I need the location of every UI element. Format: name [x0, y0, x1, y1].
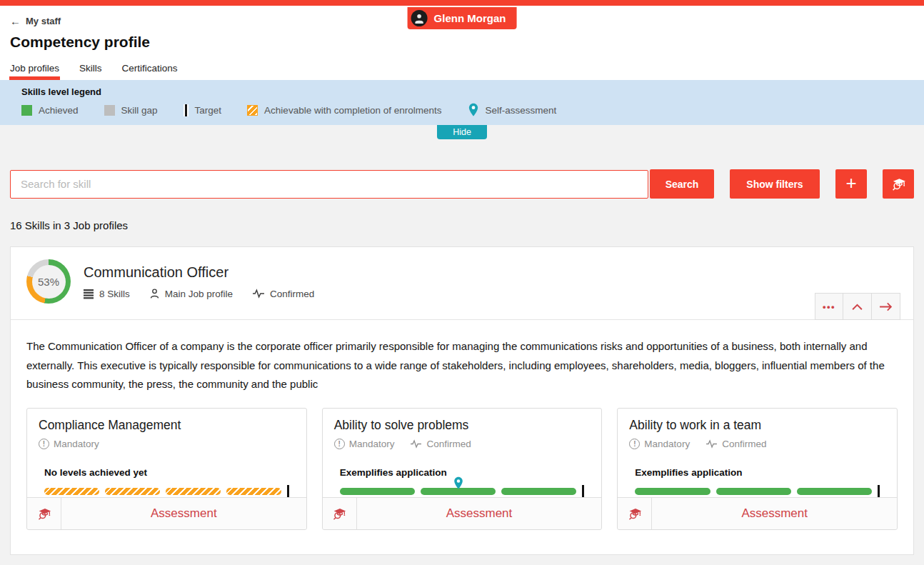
level-label: No levels achieved yet	[44, 467, 289, 478]
legend-item-achievable: Achievable with completion of enrolments	[247, 105, 441, 116]
assessment-link[interactable]: Assessment	[61, 498, 306, 529]
user-name: Glenn Morgan	[434, 12, 506, 24]
skill-assessment-icon-button[interactable]	[618, 498, 652, 529]
job-profile-meta: 8 Skills Main Job profile Confirmed	[84, 288, 314, 299]
job-profile-card: 53% Communication Officer 8 Skills Main …	[10, 246, 914, 555]
target-marker	[582, 485, 584, 497]
skill-level-bars	[44, 485, 289, 497]
legend-label: Self-assessment	[486, 105, 557, 116]
tab-certifications[interactable]: Certifications	[122, 63, 178, 80]
skill-card-compliance-management: Compliance Management Mandatory No level…	[26, 408, 307, 530]
level-bar-achieved	[635, 488, 710, 495]
skill-card-ability-to-work-in-a-team: Ability to work in a team Mandatory Conf…	[617, 408, 898, 530]
mandatory-badge: Mandatory	[39, 439, 99, 449]
completion-donut: 53%	[26, 259, 71, 304]
skill-title: Ability to solve problems	[334, 418, 591, 433]
search-toolbar: Search Show filters +	[10, 169, 914, 199]
skill-assessment-icon-button[interactable]	[27, 498, 61, 529]
arrow-right-icon	[879, 301, 893, 312]
confirmed-badge: Confirmed	[705, 439, 766, 449]
skill-meta: Mandatory Confirmed	[629, 439, 885, 449]
search-input[interactable]	[10, 170, 648, 199]
level-bar-achievable	[44, 488, 99, 495]
page-title: Competency profile	[10, 34, 924, 51]
more-actions-button[interactable]: •••	[815, 293, 843, 320]
skill-cards-row: Compliance Management Mandatory No level…	[11, 404, 913, 543]
mandatory-icon	[39, 439, 49, 449]
search-button[interactable]: Search	[650, 169, 714, 199]
pulse-icon	[252, 289, 265, 299]
skills-level-legend: Skills level legend Achieved Skill gap T…	[0, 80, 924, 125]
skills-count: 8 Skills	[84, 289, 130, 299]
skill-title: Ability to work in a team	[629, 418, 885, 433]
level-bar-achieved	[421, 488, 496, 495]
job-profile-actions: •••	[815, 293, 900, 320]
assessment-link[interactable]: Assessment	[652, 498, 897, 529]
tab-job-profiles[interactable]: Job profiles	[10, 63, 59, 80]
assessment-tool-button[interactable]	[883, 169, 914, 199]
achieved-swatch	[21, 105, 32, 116]
collapse-button[interactable]	[843, 293, 872, 320]
hide-legend-button[interactable]: Hide	[437, 125, 487, 139]
profile-type: Main Job profile	[149, 288, 233, 299]
level-bar-achieved	[716, 488, 791, 495]
skill-card-footer: Assessment	[27, 497, 306, 529]
back-arrow-icon: ←	[10, 16, 21, 26]
skill-level-block: No levels achieved yet	[44, 467, 289, 497]
pulse-icon	[410, 439, 422, 449]
graduation-cap-magnifier-icon	[36, 506, 52, 521]
open-profile-button[interactable]	[872, 293, 900, 320]
assessment-link[interactable]: Assessment	[357, 498, 602, 529]
skill-level-bars	[340, 485, 585, 497]
list-icon	[84, 289, 94, 299]
target-marker	[878, 485, 880, 497]
skill-meta: Mandatory Confirmed	[334, 439, 591, 449]
level-bar-achievable	[166, 488, 221, 495]
back-link[interactable]: ← My staff	[10, 6, 61, 26]
achievable-swatch	[247, 105, 258, 116]
self-assessment-pin-icon	[453, 476, 463, 490]
user-badge[interactable]: Glenn Morgan	[408, 7, 517, 29]
skill-title: Compliance Management	[39, 418, 295, 433]
show-filters-button[interactable]: Show filters	[730, 169, 820, 199]
add-button[interactable]: +	[835, 169, 867, 199]
skill-assessment-icon-button[interactable]	[323, 498, 357, 529]
legend-label: Achievable with completion of enrolments	[264, 105, 441, 116]
confirmed-badge: Confirmed	[410, 439, 471, 449]
skill-level-block: Exemplifies application	[635, 467, 880, 497]
job-profile-description: The Communication Officer of a company i…	[11, 320, 913, 404]
legend-item-achieved: Achieved	[21, 105, 79, 116]
skill-level-block: Exemplifies application	[340, 467, 585, 497]
graduation-cap-magnifier-icon	[627, 506, 643, 521]
legend-items: Achieved Skill gap Target Achievable wit…	[21, 103, 903, 117]
mandatory-badge: Mandatory	[334, 439, 395, 449]
legend-item-skill-gap: Skill gap	[104, 105, 158, 116]
skill-card-body: Compliance Management Mandatory No level…	[27, 409, 306, 497]
level-bar-achievable	[105, 488, 160, 495]
job-profile-info: Communication Officer 8 Skills Main Job …	[84, 259, 314, 319]
legend-label: Target	[195, 105, 222, 116]
mandatory-icon	[334, 439, 345, 449]
skill-card-body: Ability to work in a team Mandatory Conf…	[618, 409, 897, 497]
skill-card-ability-to-solve-problems: Ability to solve problems Mandatory Conf…	[322, 408, 603, 530]
job-profile-header: 53% Communication Officer 8 Skills Main …	[11, 247, 913, 320]
target-marker	[287, 485, 289, 497]
skill-level-bars	[635, 485, 880, 497]
skill-gap-swatch	[104, 105, 115, 116]
graduation-cap-magnifier-icon	[331, 506, 347, 521]
tab-skills[interactable]: Skills	[79, 63, 102, 80]
target-marker-swatch	[184, 104, 189, 116]
level-bar-achieved	[797, 488, 872, 495]
top-accent-bar	[0, 0, 924, 6]
level-bar-achievable	[226, 488, 281, 495]
results-summary: 16 Skills in 3 Job profiles	[10, 219, 914, 231]
legend-item-self-assessment: Self-assessment	[468, 103, 557, 117]
skill-meta: Mandatory	[39, 439, 295, 449]
legend-label: Achieved	[39, 105, 79, 116]
map-pin-icon	[468, 103, 479, 117]
skill-card-body: Ability to solve problems Mandatory Conf…	[323, 409, 602, 497]
level-bar-achieved	[501, 488, 576, 495]
legend-title: Skills level legend	[21, 86, 903, 97]
person-icon	[149, 288, 160, 299]
skill-card-footer: Assessment	[618, 497, 897, 529]
